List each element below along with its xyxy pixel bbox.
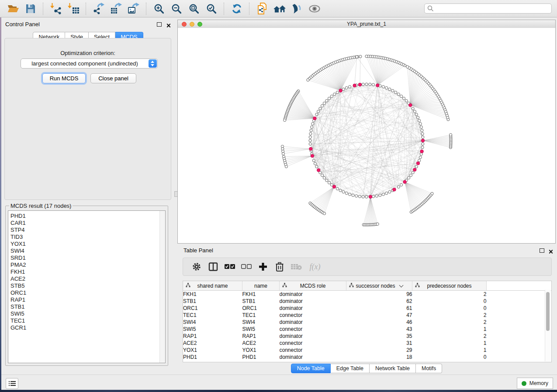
cell-predecessor-nodes[interactable]: 1 (412, 340, 487, 347)
cell-mcds-role[interactable]: dominator (280, 305, 346, 312)
cell-shared-name[interactable]: SWI4 (183, 319, 242, 326)
run-mcds-button[interactable]: Run MCDS (42, 73, 86, 83)
deselect-all-button[interactable] (240, 260, 253, 273)
cell-predecessor-nodes[interactable]: 2 (412, 291, 487, 298)
memory-button[interactable]: Memory (517, 378, 553, 389)
cell-mcds-role[interactable]: connector (280, 347, 346, 354)
column-header-mcds-role[interactable]: MCDS role (280, 281, 346, 291)
cell-successor-nodes[interactable]: 46 (346, 319, 412, 326)
cell-name[interactable]: ACE2 (242, 340, 280, 347)
zoom-selected-button[interactable] (205, 2, 218, 15)
cell-successor-nodes[interactable]: 18 (346, 354, 412, 361)
select-all-button[interactable] (223, 260, 236, 273)
result-list-item[interactable]: YOX1 (8, 241, 165, 248)
split-columns-button[interactable] (207, 260, 220, 273)
cell-successor-nodes[interactable]: 43 (346, 326, 412, 333)
show-welcome-button[interactable] (273, 2, 286, 15)
zoom-fit-button[interactable] (187, 2, 201, 15)
result-list-item[interactable]: ORC1 (8, 289, 165, 296)
result-list-item[interactable]: SWI5 (8, 310, 165, 317)
delete-column-button[interactable] (273, 260, 286, 273)
table-row[interactable]: SWI4SWI4dominator462 (183, 319, 551, 326)
zoom-out-button[interactable] (170, 2, 183, 15)
table-settings-button[interactable] (190, 260, 203, 273)
cell-mcds-role[interactable]: dominator (280, 298, 346, 305)
result-list-item[interactable]: STB1 (8, 303, 165, 310)
cell-shared-name[interactable]: RAP1 (183, 333, 242, 340)
cell-successor-nodes[interactable]: 35 (346, 333, 412, 340)
column-header-successor-nodes[interactable]: successor nodes (346, 281, 412, 291)
cell-name[interactable]: FKH1 (242, 291, 280, 298)
result-list-item[interactable]: TEC1 (8, 317, 165, 324)
show-hide-panel-button[interactable] (308, 2, 321, 15)
tab-network-table[interactable]: Network Table (370, 364, 416, 373)
minimize-window-icon[interactable] (190, 22, 194, 27)
cell-predecessor-nodes[interactable]: 2 (412, 312, 487, 319)
table-row[interactable]: FKH1FKH1dominator962 (183, 291, 551, 298)
cell-mcds-role[interactable]: dominator (280, 319, 346, 326)
cell-name[interactable]: ORC1 (242, 305, 280, 312)
table-row[interactable]: RAP1RAP1dominator352 (183, 333, 551, 340)
cell-mcds-role[interactable]: connector (280, 326, 346, 333)
cell-successor-nodes[interactable]: 62 (346, 298, 412, 305)
maximize-window-icon[interactable] (197, 22, 202, 27)
close-table-panel-icon[interactable] (548, 249, 553, 254)
cell-mcds-role[interactable]: dominator (280, 291, 346, 298)
cell-mcds-role[interactable]: connector (280, 312, 346, 319)
table-row[interactable]: SWI5SWI5connector431 (183, 326, 551, 333)
import-network-button[interactable] (49, 2, 62, 15)
cell-successor-nodes[interactable]: 47 (346, 312, 412, 319)
cell-successor-nodes[interactable]: 31 (346, 340, 412, 347)
optimization-dropdown[interactable]: largest connected component (undirected) (21, 58, 158, 69)
cell-shared-name[interactable]: YOX1 (183, 347, 242, 354)
close-panel-icon[interactable] (166, 23, 171, 28)
result-list-item[interactable]: STB5 (8, 282, 165, 289)
result-list-item[interactable]: PHD1 (8, 213, 165, 220)
table-row[interactable]: ACE2ACE2connector311 (183, 340, 551, 347)
hide-graphics-details-button[interactable] (291, 2, 304, 15)
close-panel-button[interactable]: Close panel (90, 73, 136, 83)
refresh-layout-button[interactable] (230, 2, 243, 15)
import-table-button[interactable] (67, 2, 80, 15)
cell-mcds-role[interactable]: dominator (280, 333, 346, 340)
export-table-button[interactable] (110, 2, 123, 15)
float-table-panel-icon[interactable] (540, 248, 544, 253)
delete-table-button[interactable] (290, 260, 303, 273)
close-window-icon[interactable] (182, 22, 187, 27)
search-box[interactable] (424, 3, 552, 14)
table-row[interactable]: ORC1ORC1dominator610 (183, 305, 551, 312)
cell-shared-name[interactable]: FKH1 (183, 291, 242, 298)
network-window-titlebar[interactable]: YPA_prune.txt_1 (178, 20, 555, 28)
cell-shared-name[interactable]: ACE2 (183, 340, 242, 347)
column-header-shared-name[interactable]: shared name (183, 281, 242, 291)
cell-name[interactable]: PHD1 (242, 354, 280, 361)
result-list-item[interactable]: SRD1 (8, 254, 165, 261)
export-network-button[interactable] (92, 2, 105, 15)
network-canvas[interactable] (178, 28, 555, 243)
zoom-in-button[interactable] (152, 2, 166, 15)
cell-name[interactable]: TEC1 (242, 312, 280, 319)
table-scrollbar[interactable] (545, 290, 551, 361)
table-row[interactable]: TEC1TEC1connector472 (183, 312, 551, 319)
cell-successor-nodes[interactable]: 29 (346, 347, 412, 354)
cell-predecessor-nodes[interactable]: 0 (412, 305, 487, 312)
cell-shared-name[interactable]: SWI5 (183, 326, 242, 333)
cell-name[interactable]: SWI5 (242, 326, 280, 333)
cell-shared-name[interactable]: PHD1 (183, 354, 242, 361)
result-list-item[interactable]: RAP1 (8, 296, 165, 303)
result-list-item[interactable]: PMA2 (8, 261, 165, 268)
float-panel-icon[interactable] (157, 22, 162, 27)
table-row[interactable]: PHD1PHD1dominator180 (183, 354, 551, 361)
export-image-button[interactable] (127, 2, 140, 15)
cell-shared-name[interactable]: ORC1 (183, 305, 242, 312)
task-history-button[interactable] (6, 378, 18, 389)
table-scrollbar-thumb[interactable] (546, 292, 550, 331)
tab-edge-table[interactable]: Edge Table (331, 364, 370, 373)
result-list-item[interactable]: SWI4 (8, 248, 165, 254)
result-list-item[interactable]: ACE2 (8, 275, 165, 282)
cell-shared-name[interactable]: TEC1 (183, 312, 242, 319)
cell-name[interactable]: RAP1 (242, 333, 280, 340)
result-list-scrollbar[interactable] (159, 211, 165, 363)
column-header-predecessor-nodes[interactable]: predecessor nodes (412, 281, 487, 291)
cell-name[interactable]: STB1 (242, 298, 280, 305)
